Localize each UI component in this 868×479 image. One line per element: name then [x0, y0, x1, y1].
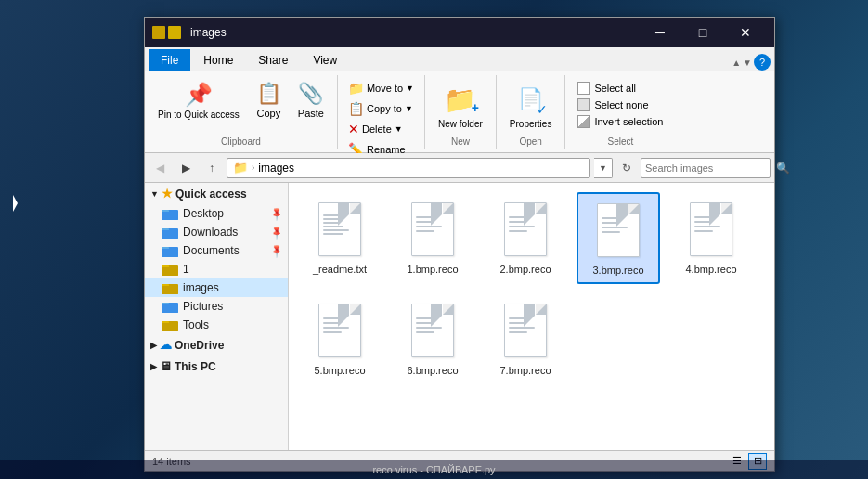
sidebar: ▼ ★ Quick access Desktop 📌 Downloads 📌 D… [145, 183, 289, 450]
address-path[interactable]: 📁 › images [227, 158, 590, 178]
up-button[interactable]: ↑ [201, 157, 223, 179]
file-item-readme[interactable]: _readme.txt [298, 192, 382, 284]
desktop-label: Desktop [183, 207, 224, 220]
doc-line [694, 216, 720, 218]
copy-to-arrow: ▼ [405, 104, 413, 113]
select-label: Select [608, 136, 634, 147]
sidebar-item-desktop[interactable]: Desktop 📌 [145, 204, 288, 223]
sidebar-item-tools[interactable]: Tools [145, 316, 288, 334]
desktop-pin-icon: 📌 [269, 206, 284, 221]
copy-button[interactable]: 📋 Copy [249, 79, 289, 122]
invert-selection-icon [577, 115, 590, 128]
quick-access-star-icon: ★ [162, 187, 173, 201]
minimize-button[interactable]: ─ [639, 18, 681, 47]
pin-to-quick-access-button[interactable]: 📌 Pin to Quick access [150, 79, 247, 123]
pin-icon: 📌 [185, 82, 213, 108]
clipboard-label: Clipboard [221, 136, 261, 147]
ribbon-scroll-up[interactable]: ▲ [732, 58, 741, 68]
downloads-label: Downloads [183, 226, 238, 239]
move-to-arrow: ▼ [406, 84, 414, 93]
new-folder-icon: 📁 + [442, 82, 479, 117]
delete-label: Delete [362, 123, 392, 135]
file-label-5: 5.bmp.reco [314, 364, 365, 377]
doc-line [509, 216, 535, 218]
file-icon-5 [315, 300, 366, 360]
select-none-button[interactable]: Select none [575, 97, 666, 112]
onedrive-label: OneDrive [175, 339, 224, 352]
doc-line [416, 216, 442, 218]
sidebar-item-pictures[interactable]: Pictures [145, 297, 288, 316]
folder-1-label: 1 [183, 263, 189, 276]
quick-access-expand-icon: ▼ [150, 189, 159, 199]
paste-button[interactable]: 📎 Paste [291, 79, 331, 122]
doc-icon-4 [690, 202, 732, 256]
sidebar-section-quick-access[interactable]: ▼ ★ Quick access [145, 183, 288, 204]
address-dropdown[interactable]: ▼ [594, 158, 613, 178]
sidebar-item-1[interactable]: 1 [145, 260, 288, 278]
delete-button[interactable]: ✕ Delete ▼ [343, 120, 419, 138]
images-folder-icon [162, 281, 178, 294]
file-item-6[interactable]: 6.bmp.reco [391, 293, 474, 383]
maximize-button[interactable]: □ [681, 18, 724, 47]
doc-line [509, 221, 531, 223]
tools-folder-icon [162, 318, 178, 331]
invert-selection-button[interactable]: Invert selection [575, 114, 666, 129]
copy-label: Copy [256, 108, 280, 119]
refresh-button[interactable]: ↻ [616, 158, 637, 178]
select-items: Select all Select none Invert selection [571, 77, 669, 135]
svg-rect-20 [162, 323, 178, 331]
close-button[interactable]: ✕ [724, 18, 767, 47]
file-item-1[interactable]: 1.bmp.reco [391, 192, 474, 284]
doc-line [602, 227, 628, 228]
file-item-7[interactable]: 7.bmp.reco [484, 293, 567, 383]
invert-selection-label: Invert selection [594, 116, 663, 127]
sidebar-section-onedrive[interactable]: ▶ ☁ OneDrive [145, 334, 288, 356]
new-items: 📁 + New folder [431, 77, 490, 135]
move-to-button[interactable]: 📁 Move to ▼ [343, 79, 419, 97]
copy-to-label: Copy to [367, 103, 402, 114]
tab-file[interactable]: File [149, 49, 190, 71]
doc-line [602, 217, 628, 219]
ribbon-scroll-down[interactable]: ▼ [743, 58, 752, 68]
title-bar: images ─ □ ✕ [145, 18, 774, 47]
doc-line [323, 233, 343, 235]
organize-col: 📁 Move to ▼ 📋 Copy to ▼ ✕ Delete ▼ [343, 79, 419, 159]
file-item-3[interactable]: 3.bmp.reco [577, 192, 660, 284]
tab-share[interactable]: Share [246, 49, 300, 71]
doc-line [323, 327, 349, 329]
select-all-button[interactable]: Select all [575, 81, 666, 96]
doc-line [602, 231, 620, 233]
doc-lines-7 [509, 317, 542, 333]
doc-icon-3 [597, 203, 640, 257]
tab-home[interactable]: Home [191, 49, 245, 71]
search-box[interactable]: 🔍 [641, 158, 771, 178]
svg-rect-2 [162, 212, 178, 220]
help-icon[interactable]: ? [754, 54, 771, 71]
new-folder-button[interactable]: 📁 + New folder [431, 79, 490, 133]
sidebar-item-downloads[interactable]: Downloads 📌 [145, 223, 288, 241]
organize-items: 📁 Move to ▼ 📋 Copy to ▼ ✕ Delete ▼ [343, 77, 419, 159]
file-item-5[interactable]: 5.bmp.reco [298, 293, 382, 383]
tab-view[interactable]: View [301, 49, 349, 71]
doc-line [509, 226, 535, 227]
search-input[interactable] [645, 162, 773, 174]
desktop-folder-icon [162, 207, 178, 220]
file-item-2[interactable]: 2.bmp.reco [484, 192, 567, 284]
move-to-icon: 📁 [348, 81, 364, 96]
sidebar-item-documents[interactable]: Documents 📌 [145, 241, 288, 260]
path-label: images [258, 162, 294, 175]
copy-to-button[interactable]: 📋 Copy to ▼ [343, 99, 419, 118]
properties-button[interactable]: 📄 ✓ Properties [502, 79, 560, 132]
sidebar-section-thispc[interactable]: ▶ 🖥 This PC [145, 356, 288, 377]
doc-line [509, 230, 527, 232]
file-icon-6 [408, 300, 459, 360]
address-bar: ◀ ▶ ↑ 📁 › images ▼ ↻ 🔍 [145, 153, 774, 183]
forward-button[interactable]: ▶ [175, 157, 197, 179]
sidebar-item-images[interactable]: images [145, 278, 288, 297]
file-icon-4 [686, 199, 737, 259]
documents-pin-icon: 📌 [269, 243, 284, 258]
file-icon-2 [500, 199, 551, 259]
back-button[interactable]: ◀ [149, 157, 171, 179]
file-item-4[interactable]: 4.bmp.reco [669, 192, 753, 284]
doc-line [323, 229, 349, 231]
